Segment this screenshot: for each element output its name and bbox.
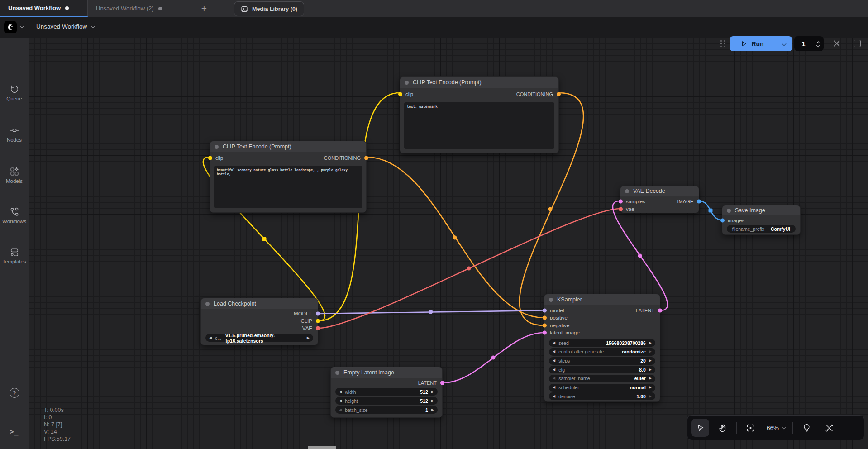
decrement-arrow-icon[interactable]: ◀ [209, 336, 212, 340]
clear-queue-icon[interactable] [832, 38, 842, 48]
increment-arrow-icon[interactable]: ▶ [649, 377, 652, 380]
input-port-negative[interactable] [543, 323, 547, 327]
denoise-widget[interactable]: ◀ denoise 1.00 ▶ [549, 392, 655, 400]
input-port-positive[interactable] [543, 316, 547, 320]
node-header[interactable]: Empty Latent Image [331, 367, 442, 378]
pan-tool-button[interactable] [714, 419, 732, 437]
increment-arrow-icon[interactable]: ▶ [649, 350, 652, 353]
increment-arrow-icon[interactable]: ▶ [307, 336, 310, 340]
toggle-links-button[interactable] [820, 419, 838, 437]
toggle-theme-button[interactable] [797, 419, 816, 437]
prompt-textarea[interactable]: text, watermark [404, 102, 554, 149]
scheduler-widget[interactable]: ◀ scheduler normal ▶ [549, 384, 655, 392]
node-clip-text-encode-negative[interactable]: CLIP Text Encode (Prompt) clip CONDITION… [400, 76, 559, 153]
collapse-dot-icon[interactable] [549, 298, 553, 302]
decrement-arrow-icon[interactable]: ◀ [553, 368, 555, 372]
sidebar-item-nodes[interactable]: Nodes [0, 125, 29, 143]
output-port-clip[interactable] [316, 319, 320, 323]
output-port-latent[interactable] [658, 309, 662, 313]
decrement-arrow-icon[interactable]: ◀ [553, 395, 555, 398]
input-port-images[interactable] [720, 218, 725, 222]
node-header[interactable]: Load Checkpoint [201, 298, 318, 309]
node-header[interactable]: CLIP Text Encode (Prompt) [400, 77, 558, 88]
zoom-level-dropdown[interactable]: 66% [764, 425, 788, 431]
select-tool-button[interactable] [691, 419, 709, 437]
batch-count-stepper[interactable]: 1 [794, 36, 824, 51]
sidebar-item-workflows[interactable]: Workflows [0, 207, 29, 224]
output-port-conditioning[interactable] [364, 156, 368, 160]
decrement-arrow-icon[interactable]: ◀ [553, 359, 555, 363]
node-save-image[interactable]: Save Image images filename_prefix ComfyU… [722, 205, 801, 235]
seed-widget[interactable]: ◀ seed 156680208700286 ▶ [549, 339, 655, 347]
sidebar-item-models[interactable]: Models [0, 167, 29, 184]
media-library-button[interactable]: Media Library (0) [234, 1, 304, 16]
filename-prefix-widget[interactable]: filename_prefix ComfyUI [727, 225, 796, 233]
output-port-image[interactable] [697, 199, 701, 203]
expand-icon[interactable] [854, 40, 861, 47]
decrement-arrow-icon[interactable]: ◀ [553, 386, 555, 389]
increment-arrow-icon[interactable]: ▶ [431, 390, 434, 394]
tab-unsaved-workflow[interactable]: Unsaved Workflow [0, 0, 88, 17]
node-header[interactable]: CLIP Text Encode (Prompt) [210, 141, 366, 152]
batch-size-widget[interactable]: ◀ batch_size 1 ▶ [335, 406, 438, 414]
sidebar-item-templates[interactable]: Templates [0, 247, 29, 264]
collapse-dot-icon[interactable] [215, 145, 219, 149]
fit-view-button[interactable] [741, 419, 759, 437]
decrement-arrow-icon[interactable]: ◀ [553, 350, 555, 353]
input-port-clip[interactable] [398, 92, 402, 96]
collapse-dot-icon[interactable] [625, 189, 629, 193]
tab-unsaved-workflow-2[interactable]: Unsaved Workflow (2) [88, 0, 191, 17]
node-header[interactable]: VAE Decode [620, 186, 699, 196]
node-header[interactable]: KSampler [544, 294, 660, 305]
width-widget[interactable]: ◀ width 512 ▶ [335, 388, 438, 396]
run-options-button[interactable] [775, 36, 792, 51]
run-button[interactable]: Run [730, 36, 775, 51]
output-port-conditioning[interactable] [557, 92, 561, 96]
ckpt-name-widget[interactable]: ◀ c... v1-5-pruned-emaonly-fp16.safetens… [205, 334, 313, 342]
input-port-samples[interactable] [619, 199, 623, 203]
decrement-arrow-icon[interactable]: ◀ [553, 377, 555, 380]
output-port-vae[interactable] [316, 326, 320, 330]
node-clip-text-encode-positive[interactable]: CLIP Text Encode (Prompt) clip CONDITION… [210, 141, 367, 213]
steps-widget[interactable]: ◀ steps 20 ▶ [549, 357, 655, 365]
decrement-arrow-icon[interactable]: ◀ [339, 390, 342, 394]
collapse-dot-icon[interactable] [205, 302, 210, 306]
new-tab-button[interactable]: + [198, 2, 210, 15]
scrollbar-fragment[interactable] [308, 446, 336, 449]
collapse-dot-icon[interactable] [335, 371, 339, 375]
decrement-arrow-icon[interactable]: ◀ [339, 399, 342, 403]
increment-arrow-icon[interactable]: ▶ [649, 368, 652, 372]
workflow-name-dropdown[interactable]: Unsaved Workflow [36, 23, 95, 30]
node-empty-latent-image[interactable]: Empty Latent Image LATENT ◀ width 512 ▶ … [330, 367, 443, 418]
input-port-model[interactable] [543, 309, 547, 313]
logo-menu-chevron-icon[interactable] [20, 24, 24, 29]
output-port-model[interactable] [316, 312, 320, 316]
node-load-checkpoint[interactable]: Load Checkpoint MODEL CLIP VAE ◀ c... v1… [200, 298, 318, 345]
input-port-clip[interactable] [208, 156, 212, 160]
node-header[interactable]: Save Image [722, 205, 800, 215]
node-vae-decode[interactable]: VAE Decode samples IMAGE vae [620, 186, 699, 213]
sidebar-help-button[interactable]: ? [0, 388, 29, 398]
input-port-latent-image[interactable] [543, 331, 547, 335]
increment-arrow-icon[interactable]: ▶ [649, 341, 652, 345]
decrement-arrow-icon[interactable]: ◀ [553, 341, 555, 345]
control-after-generate-widget[interactable]: ◀ control after generate randomize ▶ [549, 348, 655, 356]
increment-arrow-icon[interactable]: ▶ [649, 386, 652, 389]
toolbar-drag-handle[interactable] [720, 40, 725, 48]
increment-arrow-icon[interactable]: ▶ [649, 359, 652, 363]
increment-arrow-icon[interactable]: ▶ [431, 408, 434, 412]
collapse-dot-icon[interactable] [727, 209, 731, 213]
output-port-latent[interactable] [440, 381, 444, 385]
increment-arrow-icon[interactable]: ▶ [649, 395, 652, 398]
sidebar-terminal-button[interactable]: >_ [0, 428, 29, 436]
sampler-name-widget[interactable]: ◀ sampler_name euler ▶ [549, 375, 655, 382]
increment-arrow-icon[interactable]: ▶ [431, 399, 434, 403]
input-port-vae[interactable] [619, 207, 623, 211]
comfyui-logo[interactable] [4, 21, 17, 33]
sidebar-item-queue[interactable]: Queue [0, 84, 29, 101]
decrement-arrow-icon[interactable]: ◀ [339, 408, 342, 412]
collapse-dot-icon[interactable] [405, 81, 409, 85]
height-widget[interactable]: ◀ height 512 ▶ [335, 397, 438, 405]
prompt-textarea[interactable]: beautiful scenery nature glass bottle la… [214, 166, 362, 208]
cfg-widget[interactable]: ◀ cfg 8.0 ▶ [549, 366, 655, 373]
